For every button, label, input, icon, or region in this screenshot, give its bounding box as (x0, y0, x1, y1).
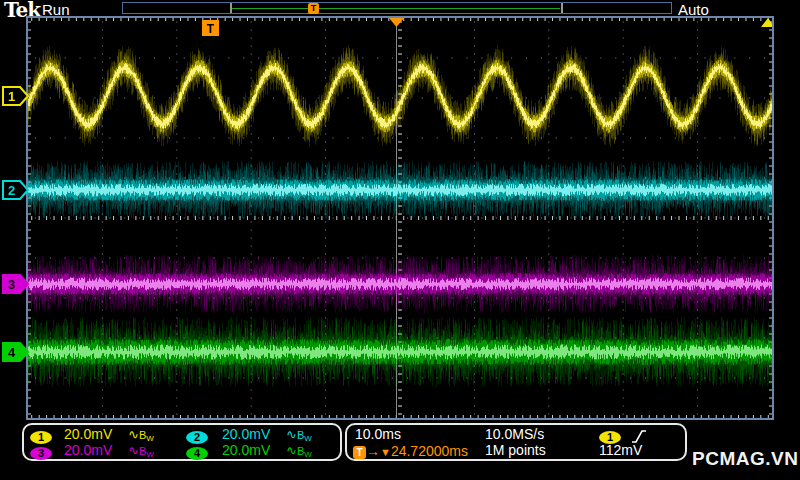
svg-text:3: 3 (8, 277, 15, 292)
sample-rate-readout: 10.0MS/s (485, 426, 544, 442)
trigger-arrow-icon: → (366, 443, 380, 459)
channel-readout-box: 1 20.0mV ∿BW 2 20.0mV ∿BW 3 20.0mV ∿BW 4… (22, 423, 342, 461)
svg-text:2: 2 (8, 183, 15, 198)
channel-2-readout[interactable]: 2 (186, 428, 208, 444)
svg-text:4: 4 (8, 345, 16, 360)
channel-1-bandwidth-icon: ∿BW (128, 427, 154, 443)
svg-text:1: 1 (8, 89, 15, 104)
channel-2-badge[interactable]: 2 (186, 431, 208, 444)
channel-4-bandwidth-icon: ∿BW (286, 443, 312, 459)
channel-4-badge[interactable]: 4 (186, 447, 208, 460)
waveform-canvas (28, 18, 772, 418)
channel-4-readout[interactable]: 4 (186, 444, 208, 460)
trigger-level-readout: 112mV (599, 442, 642, 458)
channel-3-badge[interactable]: 3 (30, 447, 52, 460)
channel-2-scale: 20.0mV (222, 426, 270, 442)
trigger-delay-readout: T→▼24.72000ms (353, 443, 468, 459)
channel-1-badge[interactable]: 1 (30, 431, 52, 444)
trigger-delay-value: 24.72000ms (391, 443, 468, 459)
watermark: PCMAG.VN (692, 448, 798, 470)
channel-4-ground-marker[interactable]: 4 (2, 342, 30, 362)
channel-1-ground-marker[interactable]: 1 (2, 86, 30, 106)
record-trigger-marker[interactable]: T (308, 3, 319, 14)
trigger-position-tri-icon: ▼ (380, 446, 391, 458)
channel-4-scale: 20.0mV (222, 442, 270, 458)
record-view-bar[interactable]: T (122, 2, 672, 14)
channel-3-scale: 20.0mV (64, 442, 112, 458)
channel-3-readout[interactable]: 3 (30, 444, 52, 460)
trigger-t-icon: T (353, 446, 366, 459)
channel-3-bandwidth-icon: ∿BW (128, 443, 154, 459)
record-window-right-bracket (561, 3, 563, 13)
channel-2-ground-marker[interactable]: 2 (2, 180, 30, 200)
record-window-line (232, 8, 560, 9)
channel-1-scale: 20.0mV (64, 426, 112, 442)
channel-2-bandwidth-icon: ∿BW (286, 427, 312, 443)
channel-1-readout[interactable]: 1 (30, 428, 52, 444)
horizontal-trigger-readout-box: 10.0ms 10.0MS/s 1 T→▼24.72000ms 1M point… (345, 423, 687, 461)
channel-3-ground-marker[interactable]: 3 (2, 274, 30, 294)
timebase-readout: 10.0ms (355, 426, 401, 442)
record-length-readout: 1M points (485, 442, 546, 458)
